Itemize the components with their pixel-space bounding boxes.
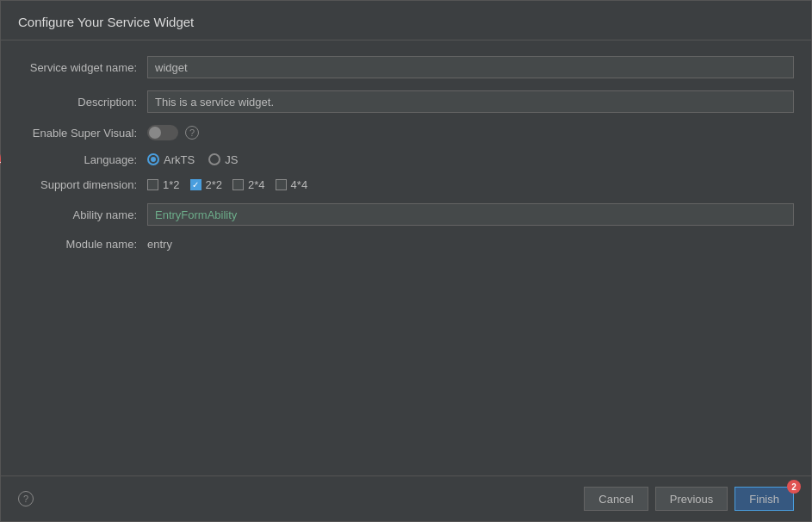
module-name-value: entry: [147, 238, 172, 251]
radio-js-label: JS: [225, 153, 238, 166]
dim-2x4[interactable]: 2*4: [232, 178, 265, 191]
cancel-button[interactable]: Cancel: [584, 487, 648, 511]
toggle-thumb: [149, 127, 161, 139]
dim-2x4-label: 2*4: [248, 178, 265, 191]
widget-name-label: Service widget name:: [18, 61, 147, 74]
super-visual-label: Enable Super Visual:: [18, 127, 147, 140]
dialog-header: Configure Your Service Widget: [1, 1, 811, 40]
dim-4x4[interactable]: 4*4: [276, 178, 308, 191]
language-badge: 1: [0, 152, 1, 166]
widget-name-row: Service widget name:: [18, 56, 794, 78]
radio-arkts-label: ArkTS: [164, 153, 195, 166]
module-name-label: Module name:: [18, 238, 147, 251]
super-visual-row: Enable Super Visual: ?: [18, 125, 794, 140]
ability-name-row: Ability name:: [18, 203, 794, 226]
ability-name-input[interactable]: [147, 203, 794, 226]
language-row: 1 Language: ArkTS JS: [18, 152, 794, 166]
super-visual-controls: ?: [147, 125, 199, 140]
radio-arkts-circle: [147, 153, 159, 165]
dialog-footer: ? Cancel Previous Finish 2: [1, 475, 811, 521]
footer-right: Cancel Previous Finish 2: [584, 487, 794, 511]
finish-wrapper: Finish 2: [735, 487, 794, 511]
description-input[interactable]: [147, 90, 794, 113]
language-label: Language:: [8, 153, 137, 166]
ability-name-label: Ability name:: [18, 208, 147, 221]
footer-left: ?: [18, 491, 34, 506]
support-dimension-row: Support dimension: 1*2 2*2 2*4 4*4: [18, 178, 794, 191]
description-row: Description:: [18, 90, 794, 113]
footer-help-icon[interactable]: ?: [18, 491, 34, 506]
dim-2x2-checkbox: [190, 179, 201, 190]
radio-js[interactable]: JS: [208, 153, 238, 166]
configure-dialog: Configure Your Service Widget Service wi…: [0, 0, 812, 522]
dim-4x4-label: 4*4: [291, 178, 308, 191]
finish-button[interactable]: Finish: [735, 487, 794, 511]
language-label-container: 1 Language:: [18, 152, 147, 166]
dim-1x2-checkbox: [147, 179, 158, 190]
dialog-content: Service widget name: Description: Enable…: [1, 40, 811, 475]
finish-badge: 2: [787, 480, 801, 494]
dialog-title: Configure Your Service Widget: [18, 15, 794, 29]
support-dimension-label: Support dimension:: [18, 178, 147, 191]
module-name-row: Module name: entry: [18, 238, 794, 251]
dim-1x2[interactable]: 1*2: [147, 178, 180, 191]
dim-1x2-label: 1*2: [163, 178, 180, 191]
description-label: Description:: [18, 96, 147, 109]
dimension-checkbox-group: 1*2 2*2 2*4 4*4: [147, 178, 307, 191]
radio-js-circle: [208, 153, 220, 165]
dim-2x2-label: 2*2: [206, 178, 223, 191]
super-visual-toggle[interactable]: [147, 125, 178, 140]
super-visual-help-icon[interactable]: ?: [185, 126, 199, 140]
previous-button[interactable]: Previous: [655, 487, 728, 511]
language-radio-group: ArkTS JS: [147, 153, 238, 166]
toggle-track: [147, 125, 178, 140]
dim-4x4-checkbox: [276, 179, 287, 190]
radio-arkts[interactable]: ArkTS: [147, 153, 195, 166]
widget-name-input[interactable]: [147, 56, 794, 78]
dim-2x4-checkbox: [232, 179, 244, 190]
dim-2x2[interactable]: 2*2: [190, 178, 223, 191]
